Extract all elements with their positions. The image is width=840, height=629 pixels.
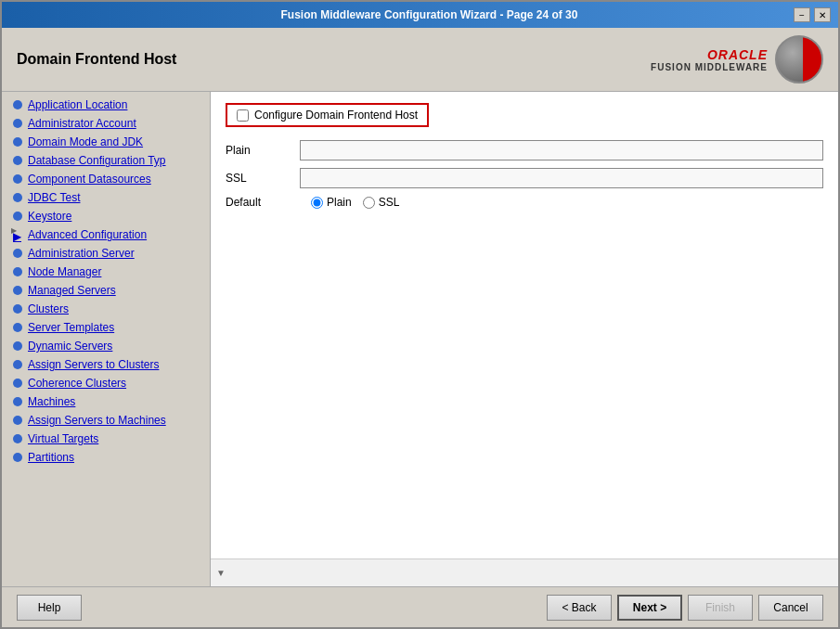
- footer: Help < Back Next > Finish Cancel: [2, 586, 838, 627]
- sidebar-label: Partitions: [28, 451, 74, 464]
- window-title: Fusion Middleware Configuration Wizard -…: [65, 8, 794, 21]
- scroll-down-icon: ▼: [216, 568, 226, 578]
- sidebar-item-admin-server[interactable]: Administration Server: [2, 244, 210, 263]
- sidebar-item-node-manager[interactable]: Node Manager: [2, 263, 210, 281]
- sidebar: Application Location Administrator Accou…: [2, 92, 211, 586]
- sidebar-item-managed-servers[interactable]: Managed Servers: [2, 281, 210, 300]
- configure-checkbox-container: Configure Domain Frontend Host: [226, 103, 429, 127]
- sidebar-item-clusters[interactable]: Clusters: [2, 300, 210, 318]
- sidebar-dot: [13, 212, 22, 221]
- panel-scroll-bottom: ▼: [211, 558, 838, 586]
- ssl-input[interactable]: [300, 168, 823, 188]
- sidebar-item-assign-servers-clusters[interactable]: Assign Servers to Clusters: [2, 355, 210, 374]
- oracle-globe-icon: [775, 35, 823, 83]
- footer-right: < Back Next > Finish Cancel: [547, 595, 823, 621]
- sidebar-label: Database Configuration Typ: [28, 154, 166, 167]
- sidebar-item-admin-account[interactable]: Administrator Account: [2, 114, 210, 133]
- sidebar-dot: [13, 249, 22, 258]
- page-title: Domain Frontend Host: [17, 51, 176, 68]
- finish-button[interactable]: Finish: [688, 595, 753, 621]
- sidebar-label: Assign Servers to Machines: [28, 414, 166, 427]
- oracle-logo-area: ORACLE FUSION MIDDLEWARE: [651, 35, 823, 83]
- sidebar-label: Keystore: [28, 210, 71, 223]
- sidebar-item-advanced-config[interactable]: ▶ Advanced Configuration: [2, 225, 210, 244]
- sidebar-item-dynamic-servers[interactable]: Dynamic Servers: [2, 337, 210, 355]
- plain-input[interactable]: [300, 140, 823, 160]
- sidebar-dot: [13, 193, 22, 202]
- radio-ssl-label[interactable]: SSL: [379, 196, 400, 209]
- content-area: Domain Frontend Host ORACLE FUSION MIDDL…: [2, 28, 838, 627]
- sidebar-item-jdbc-test[interactable]: JDBC Test: [2, 188, 210, 207]
- sidebar-item-server-templates[interactable]: Server Templates: [2, 318, 210, 337]
- title-bar: Fusion Middleware Configuration Wizard -…: [2, 2, 838, 28]
- sidebar-label: Virtual Targets: [28, 432, 98, 445]
- sidebar-item-machines[interactable]: Machines: [2, 392, 210, 411]
- radio-plain-label[interactable]: Plain: [327, 196, 352, 209]
- configure-frontend-label[interactable]: Configure Domain Frontend Host: [254, 109, 418, 122]
- sidebar-label: Managed Servers: [28, 284, 116, 297]
- plain-label: Plain: [226, 144, 300, 157]
- sidebar-item-virtual-targets[interactable]: Virtual Targets: [2, 430, 210, 448]
- next-button[interactable]: Next >: [617, 595, 682, 621]
- sidebar-dot: [13, 379, 22, 388]
- sidebar-dot: [13, 397, 22, 406]
- sidebar-label: Machines: [28, 395, 75, 408]
- oracle-sub: FUSION MIDDLEWARE: [651, 62, 768, 72]
- sidebar-item-component-ds[interactable]: Component Datasources: [2, 170, 210, 188]
- sidebar-label: Node Manager: [28, 265, 101, 278]
- ssl-label: SSL: [226, 172, 300, 185]
- main-panel-content: Configure Domain Frontend Host Plain SSL: [211, 92, 838, 558]
- sidebar-item-domain-mode[interactable]: Domain Mode and JDK: [2, 133, 210, 151]
- sidebar-item-db-config[interactable]: Database Configuration Typ: [2, 151, 210, 170]
- back-button[interactable]: < Back: [547, 595, 612, 621]
- sidebar-label: Administration Server: [28, 247, 135, 260]
- main-body: Application Location Administrator Accou…: [2, 92, 838, 586]
- wizard-window: Fusion Middleware Configuration Wizard -…: [0, 0, 840, 629]
- sidebar-label: Dynamic Servers: [28, 340, 112, 353]
- sidebar-item-app-location[interactable]: Application Location: [2, 96, 210, 114]
- sidebar-item-coherence-clusters[interactable]: Coherence Clusters: [2, 374, 210, 392]
- oracle-brand: ORACLE: [651, 47, 768, 62]
- sidebar-item-assign-servers-machines[interactable]: Assign Servers to Machines: [2, 411, 210, 430]
- default-label: Default: [226, 196, 300, 209]
- sidebar-item-partitions[interactable]: Partitions: [2, 448, 210, 467]
- sidebar-label: Server Templates: [28, 321, 114, 334]
- sidebar-label: Application Location: [28, 98, 127, 111]
- close-button[interactable]: ✕: [814, 7, 831, 22]
- sidebar-dot: [13, 156, 22, 165]
- sidebar-dot: [13, 304, 22, 314]
- footer-left: Help: [17, 595, 82, 621]
- help-button[interactable]: Help: [17, 595, 82, 621]
- sidebar-label: Administrator Account: [28, 117, 136, 130]
- radio-ssl-option: SSL: [363, 196, 400, 209]
- sidebar-label: Coherence Clusters: [28, 377, 126, 390]
- sidebar-dot: [13, 286, 22, 295]
- sidebar-dot: [13, 267, 22, 276]
- sidebar-label: Assign Servers to Clusters: [28, 358, 159, 371]
- minimize-button[interactable]: −: [794, 7, 810, 22]
- sidebar-item-keystore[interactable]: Keystore: [2, 207, 210, 225]
- sidebar-label: JDBC Test: [28, 191, 80, 204]
- sidebar-dot: [13, 416, 22, 425]
- default-radio-row: Default Plain SSL: [226, 196, 823, 209]
- main-panel: Configure Domain Frontend Host Plain SSL: [211, 92, 838, 586]
- sidebar-label: Clusters: [28, 302, 69, 315]
- radio-plain[interactable]: [311, 197, 323, 209]
- sidebar-dot: [13, 323, 22, 332]
- oracle-text: ORACLE FUSION MIDDLEWARE: [651, 47, 768, 72]
- radio-plain-option: Plain: [311, 196, 352, 209]
- sidebar-dot: [13, 174, 22, 184]
- plain-field-row: Plain: [226, 140, 823, 160]
- ssl-field-row: SSL: [226, 168, 823, 188]
- sidebar-dot: [13, 119, 22, 128]
- sidebar-dot: [13, 137, 22, 147]
- radio-ssl[interactable]: [363, 197, 375, 209]
- sidebar-label: Advanced Configuration: [28, 228, 147, 241]
- configure-frontend-checkbox[interactable]: [237, 109, 249, 122]
- sidebar-arrow-icon: ▶: [13, 230, 22, 239]
- sidebar-label: Domain Mode and JDK: [28, 135, 143, 148]
- cancel-button[interactable]: Cancel: [758, 595, 823, 621]
- header-section: Domain Frontend Host ORACLE FUSION MIDDL…: [2, 28, 838, 92]
- sidebar-dot: [13, 100, 22, 109]
- sidebar-dot: [13, 341, 22, 351]
